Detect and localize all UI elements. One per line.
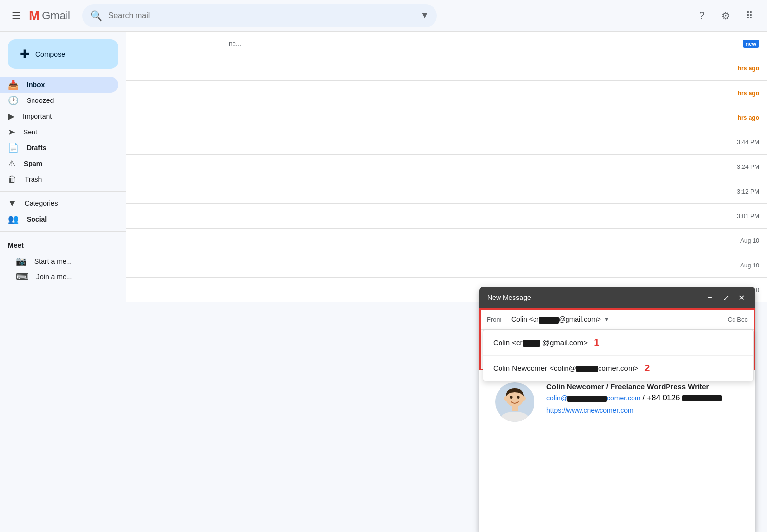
svg-point-6 xyxy=(517,396,520,399)
sidebar-item-label: Social xyxy=(27,215,47,223)
video-icon: 📷 xyxy=(16,256,27,266)
meet-section: Meet 📷 Start a me... ⌨ Join a me... xyxy=(0,235,126,289)
email-row[interactable]: 3:12 PM xyxy=(126,179,767,204)
sidebar-item-trash[interactable]: 🗑 Trash xyxy=(0,171,118,187)
sidebar-item-snoozed[interactable]: 🕐 Snoozed xyxy=(0,93,118,108)
sidebar-item-start-meeting[interactable]: 📷 Start a me... xyxy=(8,253,110,269)
sidebar-item-label: Inbox xyxy=(27,81,45,89)
contact-separator: / xyxy=(606,382,610,391)
hamburger-menu-icon[interactable]: ☰ xyxy=(8,6,25,26)
option2-number: 2 xyxy=(644,363,650,374)
trash-icon: 🗑 xyxy=(8,174,17,185)
compose-close-button[interactable]: ✕ xyxy=(735,292,747,303)
apps-icon[interactable]: ⠿ xyxy=(739,6,759,26)
compose-label: Compose xyxy=(35,50,65,58)
email-row[interactable]: hrs ago xyxy=(126,105,767,130)
dropdown-option-1[interactable]: Colin <cr @gmail.com> 1 xyxy=(483,330,753,356)
sidebar-item-categories[interactable]: ▼ Categories xyxy=(0,196,118,211)
contact-email-redacted xyxy=(567,396,607,402)
contact-email-row: colin@comer.com / +84 0126 xyxy=(546,394,739,402)
email-date: Aug 10 xyxy=(740,262,759,269)
compose-minimize-button[interactable]: − xyxy=(704,292,716,303)
email-date: 3:44 PM xyxy=(737,139,759,146)
email-date: Aug 10 xyxy=(740,237,759,244)
compose-header-actions: − ⤢ ✕ xyxy=(704,292,747,303)
email-row[interactable]: nc... new xyxy=(126,32,767,56)
svg-point-5 xyxy=(510,396,513,399)
compose-button[interactable]: ✚ Compose xyxy=(8,39,118,69)
from-value[interactable]: Colin <cr@gmail.com> ▼ xyxy=(511,315,610,323)
svg-rect-2 xyxy=(512,406,518,411)
contact-name-title: Colin Newcomer / Freelance WordPress Wri… xyxy=(546,382,739,391)
help-icon[interactable]: ? xyxy=(692,6,712,26)
email-date: 3:12 PM xyxy=(737,188,759,195)
sidebar-item-label: Categories xyxy=(25,200,58,207)
compose-fields-wrapper: From Colin <cr@gmail.com> ▼ Cc Bcc Colin… xyxy=(479,308,755,370)
email-row[interactable]: 3:01 PM xyxy=(126,204,767,229)
contact-website-link[interactable]: https://www.cnewcomer.com xyxy=(546,406,739,414)
sidebar-item-sent[interactable]: ➤ Sent xyxy=(0,124,118,140)
compose-from-row: From Colin <cr@gmail.com> ▼ Cc Bcc Colin… xyxy=(481,310,754,330)
sidebar-item-spam[interactable]: ⚠ Spam xyxy=(0,156,118,171)
gmail-m-logo: M xyxy=(29,8,40,24)
gmail-logo: M Gmail xyxy=(29,8,70,24)
email-row[interactable]: hrs ago xyxy=(126,56,767,81)
sidebar-item-label: Start a me... xyxy=(34,257,72,265)
email-date: 3:01 PM xyxy=(737,213,759,220)
sidebar-item-label: Drafts xyxy=(27,144,46,152)
contact-phone: / +84 0126 xyxy=(642,394,722,402)
meet-label: Meet xyxy=(8,239,118,253)
email-row[interactable]: 3:24 PM xyxy=(126,155,767,179)
email-date: new xyxy=(741,40,759,47)
drafts-icon: 📄 xyxy=(8,142,19,153)
inbox-icon: 📥 xyxy=(8,79,19,90)
sidebar-divider xyxy=(0,191,126,192)
option2-text: Colin Newcomer <colin@comer.com> xyxy=(493,364,638,372)
settings-icon[interactable]: ⚙ xyxy=(716,6,735,26)
sidebar-item-social[interactable]: 👥 Social xyxy=(0,211,118,227)
email-subject-preview: nc... xyxy=(229,40,731,48)
svg-point-3 xyxy=(504,396,508,401)
option1-text: Colin <cr @gmail.com> xyxy=(493,338,588,347)
gmail-header: ☰ M Gmail 🔍 ▼ ? ⚙ ⠿ xyxy=(0,0,767,32)
email-row[interactable]: Aug 10 xyxy=(126,229,767,253)
sidebar-item-important[interactable]: ▶ Important xyxy=(0,108,118,124)
spam-icon: ⚠ xyxy=(8,158,16,169)
svg-point-4 xyxy=(522,396,526,401)
email-row[interactable]: 3:44 PM xyxy=(126,130,767,155)
categories-chevron-icon: ▼ xyxy=(8,199,17,209)
email-row[interactable]: Aug 10 xyxy=(126,253,767,278)
important-icon: ▶ xyxy=(8,111,15,122)
compose-body[interactable] xyxy=(479,433,755,532)
from-dropdown-arrow-icon[interactable]: ▼ xyxy=(604,316,610,323)
sidebar-item-label: Join a me... xyxy=(36,273,72,281)
contact-email-link[interactable]: colin@comer.com xyxy=(546,394,642,402)
compose-header: New Message − ⤢ ✕ xyxy=(479,287,755,308)
contact-avatar xyxy=(495,382,534,422)
redacted-1 xyxy=(523,340,540,347)
email-date: hrs ago xyxy=(738,65,759,72)
sidebar: ✚ Compose 📥 Inbox 🕐 Snoozed ▶ Important … xyxy=(0,32,126,532)
search-icon: 🔍 xyxy=(90,10,102,22)
contact-phone-redacted xyxy=(682,395,722,401)
email-date: hrs ago xyxy=(738,114,759,121)
from-name: Colin <cr@gmail.com> xyxy=(511,315,601,323)
compose-window: New Message − ⤢ ✕ From Colin <cr@gmail.c… xyxy=(479,287,755,532)
sidebar-item-label: Snoozed xyxy=(27,97,54,104)
social-icon: 👥 xyxy=(8,214,19,225)
from-dropdown: Colin <cr @gmail.com> 1 Colin Newcomer <… xyxy=(483,330,754,381)
keyboard-icon: ⌨ xyxy=(16,271,29,282)
contact-title: Freelance WordPress Writer xyxy=(610,382,709,391)
cc-bcc-button[interactable]: Cc Bcc xyxy=(728,316,748,323)
email-row[interactable]: hrs ago xyxy=(126,81,767,105)
snoozed-icon: 🕐 xyxy=(8,95,19,106)
search-dropdown-icon[interactable]: ▼ xyxy=(420,10,429,21)
sidebar-item-inbox[interactable]: 📥 Inbox xyxy=(0,77,118,93)
compose-maximize-button[interactable]: ⤢ xyxy=(720,292,732,303)
search-bar[interactable]: 🔍 ▼ xyxy=(82,4,437,27)
redacted-2 xyxy=(576,366,598,372)
dropdown-option-2[interactable]: Colin Newcomer <colin@comer.com> 2 xyxy=(483,356,753,381)
search-input[interactable] xyxy=(108,11,420,20)
sidebar-item-join-meeting[interactable]: ⌨ Join a me... xyxy=(8,269,110,285)
sidebar-item-drafts[interactable]: 📄 Drafts xyxy=(0,140,118,156)
